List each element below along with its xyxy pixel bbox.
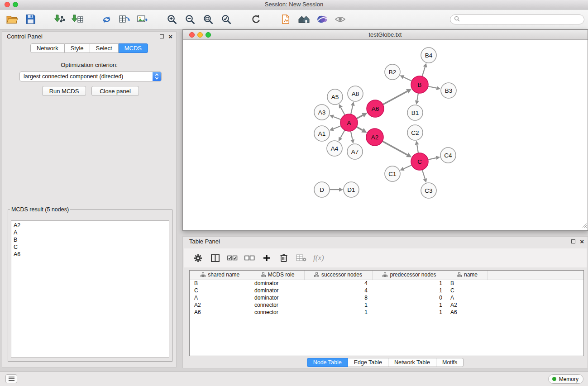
delete-table-icon[interactable] [294,251,308,265]
show-columns-icon[interactable] [208,251,222,265]
network-edge-B-B1[interactable] [417,93,418,101]
venn-diagram-icon[interactable] [314,12,330,27]
search-input[interactable] [462,16,584,23]
node-table-row-A2[interactable]: A2connector11A2 [190,301,583,309]
network-edge-C-C3[interactable] [422,170,425,179]
import-network-from-file-icon[interactable] [52,12,67,27]
table-panel-close-icon[interactable]: × [580,237,584,246]
network-node-label: C3 [425,187,432,194]
node-table-row-A[interactable]: Adominator80A [190,294,583,301]
close-panel-button[interactable]: Close panel [91,86,139,96]
home-icon[interactable] [296,12,311,27]
table-panel-float-icon[interactable] [571,239,575,243]
zoom-in-icon[interactable] [164,12,179,27]
network-edge-A-A7[interactable] [351,131,353,140]
network-edge-A6-B[interactable] [383,91,407,105]
create-column-plus-icon[interactable] [260,251,273,265]
network-edge-A-A6[interactable] [357,115,363,119]
node-table-row-C[interactable]: Cdominator41C [190,287,583,294]
column-header-successor-nodes[interactable]: successor nodes [304,271,372,280]
zoom-window-icon[interactable] [13,2,18,7]
network-edge-A-A5[interactable] [341,108,345,115]
zoom-selected-icon[interactable] [218,12,234,27]
table-tab-motifs[interactable]: Motifs [436,358,464,367]
network-node-label: A4 [331,145,339,152]
column-header-MCDS-role[interactable]: MCDS role [251,271,304,280]
network-edge-A2-C[interactable] [382,141,407,155]
column-header-name[interactable]: name [447,271,488,280]
network-edge-A-A8[interactable] [351,105,353,114]
application-window: Session: New Session [0,0,588,386]
select-all-rows-icon[interactable] [225,251,239,265]
network-canvas[interactable]: B4B2BB3A5A8A6A3B1AC2A1A2A4A7C4CC1DD1C3 [183,40,588,230]
network-edge-A-A4[interactable] [340,130,344,138]
control-panel-tabs: NetworkStyleSelectMCDS [2,43,176,53]
control-panel-float-icon[interactable] [160,34,164,38]
memory-button[interactable]: Memory [548,374,583,384]
window-titlebar[interactable]: Session: New Session [0,0,588,10]
dropdown-stepper-icon [153,72,161,81]
attribute-tree-icon [261,272,266,278]
network-node-label: B4 [425,52,433,59]
open-report-icon[interactable] [278,12,293,27]
network-zoom-window-icon[interactable] [206,32,211,38]
table-tab-node-table[interactable]: Node Table [307,358,348,367]
network-edge-C-C2[interactable] [417,145,418,153]
network-arrows-icon[interactable] [99,12,114,27]
network-edge-B-B4[interactable] [422,67,425,76]
network-edge-A-A1[interactable] [333,126,341,129]
mcds-result-item: A6 [14,251,167,258]
column-header-shared-name[interactable]: shared name [190,271,251,280]
node-table-row-B[interactable]: Bdominator41B [190,280,583,287]
network-edge-B-B3[interactable] [428,86,437,88]
table-arrows-icon[interactable] [117,12,132,27]
refresh-icon[interactable] [248,12,263,27]
import-table-from-file-icon[interactable] [70,12,85,27]
resize-grip-icon[interactable] [582,222,587,230]
save-session-icon[interactable] [23,12,38,27]
table-settings-gear-icon[interactable] [191,251,205,265]
optimization-criterion-select[interactable]: largest connected component (directed) [19,71,162,81]
table-tab-network-table[interactable]: Network Table [388,358,436,367]
mcds-result-list[interactable]: A2ABCA6 [11,220,169,357]
network-minimize-window-icon[interactable] [197,32,203,38]
function-builder-icon[interactable]: f(x) [313,253,324,262]
network-edge-A-A3[interactable] [333,117,341,120]
network-edge-A-A2[interactable] [357,127,363,130]
export-image-icon[interactable] [135,12,150,27]
network-node-label: D [320,186,324,193]
network-node-label: B [417,81,421,88]
network-close-window-icon[interactable] [189,32,195,38]
attribute-tree-icon [314,272,319,278]
deselect-all-rows-icon[interactable] [243,251,256,265]
zoom-out-icon[interactable] [182,12,197,27]
control-tab-network[interactable]: Network [30,43,65,53]
edge-arrowhead-icon [423,63,427,67]
search-field[interactable] [450,14,584,24]
network-view-window: testGlobe.txt B4B2BB3A5A8A6A3B1AC2A1A2A4… [182,29,588,231]
show-hide-eye-icon[interactable] [332,12,348,27]
zoom-fit-icon[interactable] [200,12,215,27]
open-session-icon[interactable] [5,12,20,27]
run-mcds-button[interactable]: Run MCDS [42,86,86,96]
control-panel-close-icon[interactable]: × [168,32,172,41]
network-node-label: C4 [444,152,452,159]
control-tab-mcds[interactable]: MCDS [119,43,148,53]
delete-column-trash-icon[interactable] [277,251,291,265]
network-node-label: C2 [411,129,419,136]
close-window-icon[interactable] [5,2,10,7]
table-tab-edge-table[interactable]: Edge Table [348,358,388,367]
network-node-label: A5 [331,94,339,100]
control-tab-style[interactable]: Style [65,43,90,53]
network-edge-C-C4[interactable] [428,158,436,160]
network-node-label: A7 [351,148,359,155]
task-history-list-icon[interactable] [5,374,17,383]
node-table-row-A6[interactable]: A6connector11A6 [190,309,583,316]
network-edge-C-C1[interactable] [404,165,412,169]
attribute-tree-icon [382,272,387,278]
network-window-titlebar[interactable]: testGlobe.txt [183,30,588,40]
network-edge-B-B2[interactable] [403,77,411,81]
column-header-predecessor-nodes[interactable]: predecessor nodes [372,271,447,280]
control-tab-select[interactable]: Select [90,43,119,53]
node-table[interactable]: shared nameMCDS rolesuccessor nodesprede… [189,270,584,356]
